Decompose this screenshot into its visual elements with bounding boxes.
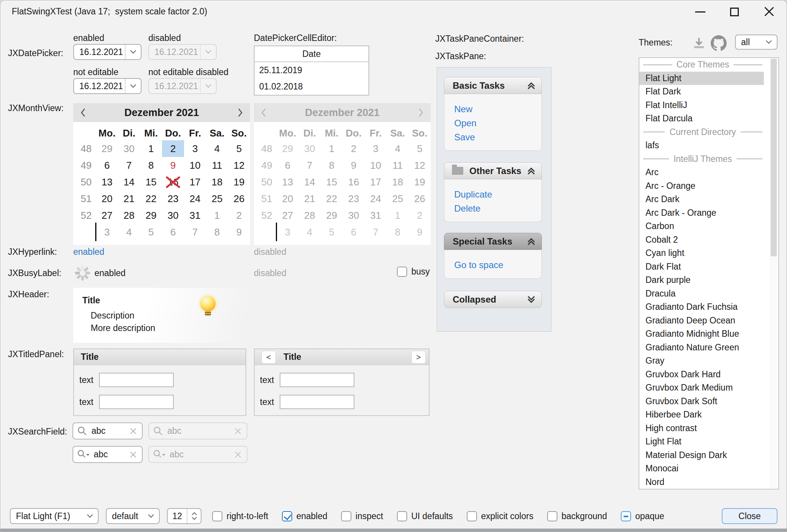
calendar-day[interactable]: 22 [140, 190, 162, 207]
theme-list-item[interactable]: Gruvbox Dark Hard [639, 368, 764, 381]
theme-list-item[interactable]: Dark Flat [639, 260, 764, 274]
spinner-up-icon[interactable] [191, 512, 197, 516]
themes-filter-combobox[interactable]: all [735, 35, 778, 50]
theme-list-item[interactable]: Arc Dark [639, 193, 764, 206]
calendar-day[interactable]: 4 [206, 140, 228, 157]
taskpane-action-link[interactable]: Delete [454, 201, 541, 215]
calendar-day[interactable]: 9 [162, 157, 184, 174]
table-row[interactable]: 01.02.2018 [255, 78, 368, 95]
collapse-double-chevron-icon[interactable] [526, 81, 536, 91]
spinner-down-icon[interactable] [191, 516, 197, 520]
prev-button[interactable]: < [261, 351, 276, 364]
themes-list[interactable]: Core ThemesFlat LightFlat DarkFlat Intel… [639, 57, 779, 490]
calendar-day[interactable]: 29 [140, 207, 162, 224]
theme-list-item[interactable]: Dark purple [639, 273, 764, 287]
theme-list-item[interactable]: Gray [639, 354, 764, 368]
theme-list-item[interactable]: Dracula [639, 287, 764, 301]
calendar-day[interactable]: 18 [206, 174, 228, 190]
theme-list-item[interactable]: Gruvbox Dark Medium [639, 381, 764, 395]
calendar-day[interactable]: 30 [162, 207, 184, 224]
taskpane-header[interactable]: Other Tasks [444, 162, 542, 179]
datepicker-combobox[interactable]: 16.12.2021 [73, 44, 142, 60]
table-row[interactable]: 25.11.2019 [255, 62, 368, 78]
clear-icon[interactable] [129, 427, 137, 435]
chevron-left-icon[interactable] [80, 108, 86, 118]
font-size-spinner[interactable]: 12 [167, 508, 201, 524]
laf-combobox[interactable]: Flat Light (F1) [10, 508, 99, 524]
checkbox-box[interactable] [621, 511, 631, 521]
search-icon[interactable] [77, 426, 88, 436]
theme-list-item[interactable]: Gradianto Dark Fuchsia [639, 300, 764, 314]
titled-panel-input[interactable] [99, 395, 174, 409]
calendar-day[interactable]: 23 [162, 190, 184, 207]
calendar-day[interactable]: 7 [184, 224, 206, 240]
calendar-day[interactable]: 16 [162, 174, 184, 190]
checkbox-box[interactable] [397, 511, 407, 521]
calendar-day[interactable]: 17 [184, 174, 206, 190]
close-window-button[interactable] [757, 1, 781, 22]
calendar-day[interactable]: 26 [228, 190, 250, 207]
theme-list-item[interactable]: High contrast [639, 422, 764, 435]
maximize-button[interactable] [722, 1, 746, 22]
theme-list-item[interactable]: Gradianto Nature Green [639, 341, 764, 355]
theme-list-item[interactable]: Arc Dark - Orange [639, 206, 764, 220]
taskpane-action-link[interactable]: Save [454, 130, 541, 144]
close-button[interactable]: Close [722, 508, 778, 524]
busy-checkbox[interactable]: busy [397, 267, 430, 277]
calendar-day[interactable]: 3 [96, 224, 118, 240]
search-with-menu-icon[interactable] [77, 449, 90, 460]
search-input[interactable]: abc [91, 426, 125, 436]
search-field[interactable]: abc [72, 446, 143, 463]
checkbox-box[interactable] [341, 511, 351, 521]
checkbox-box[interactable] [467, 511, 477, 521]
calendar-day[interactable]: 19 [228, 174, 250, 190]
checkbox-box[interactable] [282, 511, 292, 521]
option-checkbox-inspect[interactable]: inspect [341, 511, 383, 521]
chevron-down-icon[interactable] [125, 79, 141, 93]
calendar-day[interactable]: 8 [140, 157, 162, 174]
calendar-day[interactable]: 24 [184, 190, 206, 207]
theme-list-item[interactable]: Flat IntelliJ [639, 99, 764, 112]
option-checkbox-right-to-left[interactable]: right-to-left [212, 511, 268, 521]
calendar-day[interactable]: 27 [96, 207, 118, 224]
calendar-day[interactable]: 30 [118, 140, 140, 157]
taskpane-header[interactable]: Collapsed [444, 291, 542, 308]
calendar-day[interactable]: 12 [228, 157, 250, 174]
theme-list-item[interactable]: Hiberbee Dark [639, 408, 764, 422]
taskpane-action-link[interactable]: Go to space [454, 258, 541, 272]
theme-list-item[interactable]: Gruvbox Dark Soft [639, 395, 764, 408]
calendar-day[interactable]: 1 [140, 140, 162, 157]
chevron-down-icon[interactable] [125, 45, 141, 59]
themes-scrollbar[interactable] [770, 59, 778, 488]
theme-list-item[interactable]: Cyan light [639, 246, 764, 260]
taskpane-header[interactable]: Special Tasks [444, 233, 542, 250]
theme-list-item[interactable]: Flat Dark [639, 85, 764, 99]
search-field[interactable]: abc [72, 422, 143, 439]
calendar-day[interactable]: 5 [140, 224, 162, 240]
calendar-day[interactable]: 31 [184, 207, 206, 224]
calendar-day[interactable]: 2 [228, 207, 250, 224]
theme-list-item[interactable]: Monocai [639, 462, 764, 476]
collapse-double-chevron-icon[interactable] [526, 237, 536, 246]
calendar-day[interactable]: 6 [162, 224, 184, 240]
theme-list-item[interactable]: Cobalt 2 [639, 233, 764, 247]
calendar-day[interactable]: 21 [118, 190, 140, 207]
theme-list-item[interactable]: Gradianto Midnight Blue [639, 327, 764, 341]
monthview-enabled[interactable]: Dezember 2021Mo.Di.Mi.Do.Fr.Sa.So.482930… [73, 103, 250, 245]
calendar-day[interactable]: 6 [96, 157, 118, 174]
theme-list-item[interactable]: Nord [639, 476, 764, 489]
titled-panel-input[interactable] [280, 395, 354, 409]
calendar-day[interactable]: 10 [184, 157, 206, 174]
option-checkbox-ui-defaults[interactable]: UI defaults [397, 511, 453, 521]
scrollbar-thumb[interactable] [771, 59, 777, 256]
checkbox-box[interactable] [397, 267, 407, 277]
theme-list-item[interactable]: lafs [639, 139, 764, 152]
font-combobox[interactable]: default [106, 508, 160, 524]
titled-panel-input[interactable] [280, 373, 354, 387]
hyperlink-enabled[interactable]: enabled [73, 247, 104, 257]
taskpane-header[interactable]: Basic Tasks [444, 77, 542, 94]
clear-icon[interactable] [129, 450, 137, 459]
option-checkbox-background[interactable]: background [547, 511, 607, 521]
search-input[interactable]: abc [94, 449, 125, 460]
calendar-day[interactable]: 4 [118, 224, 140, 240]
